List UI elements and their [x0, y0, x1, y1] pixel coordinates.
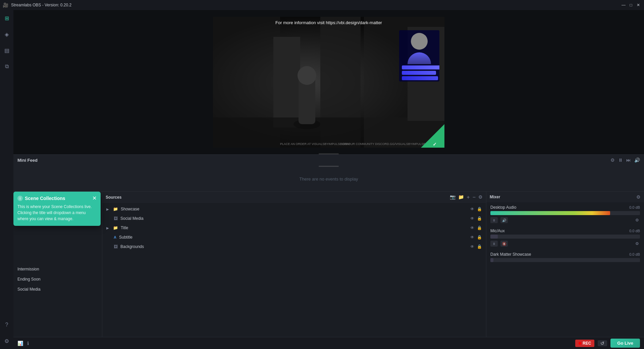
mini-feed-pause-icon[interactable]: ⏸	[618, 157, 623, 163]
preview-game-scene: PLACE AN ORDER AT VISUALSBYIMPULSE.COM J…	[213, 17, 444, 148]
preview-canvas: PLACE AN ORDER AT VISUALSBYIMPULSE.COM J…	[213, 17, 444, 148]
app-logo-icon: 🎥	[3, 2, 8, 8]
mini-feed-header: Mini Feed ⚙ ⏸ ⏭ 🔊	[13, 155, 644, 165]
sidebar-item-theme[interactable]: ◈	[2, 30, 11, 39]
source-item-backgrounds[interactable]: 🖼 Backgrounds 👁 🔒	[102, 242, 486, 251]
mixer-desktop-toggle[interactable]: ⏸	[490, 217, 498, 223]
titlebar-controls: — □ ✕	[621, 2, 641, 8]
svg-point-7	[298, 66, 316, 85]
mixer-channel-desktop-header: Desktop Audio 0.0 dB	[490, 205, 640, 210]
preview-resize-handle[interactable]	[13, 153, 644, 154]
sources-folder-icon[interactable]: 📁	[458, 194, 464, 200]
status-info-icon[interactable]: ℹ	[27, 341, 29, 346]
mixer-micaux-mute[interactable]: 🔇	[500, 241, 508, 247]
mixer-channel-desktop-db: 0.0 dB	[629, 205, 640, 209]
source-lock-showcase[interactable]: 🔒	[477, 207, 482, 211]
sidebar-item-help[interactable]: ?	[2, 320, 11, 330]
sources-panel-title: Sources	[106, 195, 121, 200]
mixer-channel-desktop: Desktop Audio 0.0 dB ⏸ 🔊 ⚙	[490, 205, 640, 223]
titlebar-title: Streamlabs OBS - Version: 0.20.2	[11, 3, 71, 7]
preview-overlay-card	[399, 30, 439, 82]
status-chart-icon[interactable]: 📊	[17, 341, 23, 346]
source-item-subtitle[interactable]: A Subtitle 👁 🔒	[102, 233, 486, 242]
sources-camera-icon[interactable]: 📷	[450, 194, 455, 200]
source-item-social-media[interactable]: 🖼 Social Media 👁 🔒	[102, 214, 486, 223]
minimize-button[interactable]: —	[621, 2, 627, 8]
source-eye-title[interactable]: 👁	[470, 226, 474, 230]
mixer-bar-desktop-fill	[490, 211, 610, 215]
source-folder-showcase-icon: 📁	[113, 207, 118, 211]
status-bar: 📊 ℹ REC ↺ Go Live	[13, 337, 644, 349]
scene-item-ending-soon[interactable]: Ending Soon	[13, 274, 102, 284]
source-item-title-left: ▶ 📁 Title	[106, 226, 128, 230]
source-item-showcase-left: ▶ 📁 Showcase	[106, 207, 139, 211]
sources-add-icon[interactable]: +	[467, 194, 470, 200]
scene-collections-popup: i Scene Collections ✕ This is where your…	[13, 192, 101, 226]
mixer-gear-icon[interactable]: ⚙	[636, 194, 641, 200]
sidebar-item-home[interactable]: ⊞	[2, 13, 11, 23]
scene-item-intermission[interactable]: Intermission	[13, 264, 102, 274]
maximize-button[interactable]: □	[628, 2, 634, 8]
popup-body: This is where your Scene Collections liv…	[17, 204, 97, 222]
left-sidebar: ⊞ ◈ ▤ ⧉ ? ⚙	[0, 10, 13, 349]
source-item-title[interactable]: ▶ 📁 Title 👁 🔒	[102, 223, 486, 233]
source-name-showcase: Showcase	[121, 207, 139, 211]
overlay-bar-level1	[402, 65, 439, 69]
bottom-panels: i Scene Collections ✕ This is where your…	[13, 191, 644, 337]
mixer-channel-darkmatter: Dark Matter Showcase 0.0 dB	[490, 252, 640, 262]
mini-feed-filter-icon[interactable]: ⚙	[610, 157, 615, 163]
golive-button[interactable]: Go Live	[610, 339, 640, 348]
mini-feed-controls: ⚙ ⏸ ⏭ 🔊	[610, 157, 640, 163]
source-item-social-media-left: 🖼 Social Media	[106, 216, 144, 221]
source-item-backgrounds-left: 🖼 Backgrounds	[106, 244, 144, 249]
sources-panel-header: Sources 📷 📁 + − ⚙	[102, 192, 486, 203]
sources-list: ▶ 📁 Showcase 👁 🔒 🖼	[102, 203, 486, 337]
rec-button[interactable]: REC	[575, 340, 594, 347]
mixer-bar-desktop-track	[490, 211, 640, 215]
source-lock-subtitle[interactable]: 🔒	[477, 235, 482, 240]
mixer-list: Desktop Audio 0.0 dB ⏸ 🔊 ⚙	[486, 202, 644, 337]
sidebar-item-settings[interactable]: ⚙	[2, 336, 11, 346]
source-lock-title[interactable]: 🔒	[477, 226, 482, 230]
mixer-channel-desktop-name: Desktop Audio	[490, 205, 516, 210]
titlebar: 🎥 Streamlabs OBS - Version: 0.20.2 — □ ✕	[0, 0, 644, 10]
mixer-desktop-settings[interactable]: ⚙	[634, 217, 640, 223]
source-text-subtitle-icon: A	[114, 235, 116, 239]
mini-feed-volume-icon[interactable]: 🔊	[634, 157, 640, 163]
source-item-backgrounds-controls: 👁 🔒	[470, 244, 482, 249]
sources-gear-icon[interactable]: ⚙	[478, 194, 483, 200]
popup-title: Scene Collections	[25, 196, 65, 201]
mini-feed-empty-text: There are no events to display	[300, 177, 358, 182]
close-button[interactable]: ✕	[635, 2, 641, 8]
source-eye-subtitle[interactable]: 👁	[470, 235, 474, 240]
mixer-micaux-toggle[interactable]: ⏸	[490, 241, 498, 247]
popup-title-row: i Scene Collections	[17, 196, 65, 201]
mixer-bar-micaux-fill	[490, 235, 498, 239]
mixer-micaux-settings[interactable]: ⚙	[634, 241, 640, 247]
svg-text:JOIN OUR COMMUNITY DISCORD.GG/: JOIN OUR COMMUNITY DISCORD.GG/VISUALSBYI…	[340, 142, 425, 146]
mixer-desktop-mute[interactable]: 🔊	[500, 217, 508, 223]
popup-close-button[interactable]: ✕	[92, 196, 97, 201]
source-chevron-showcase[interactable]: ▶	[106, 207, 109, 211]
source-chevron-title[interactable]: ▶	[106, 226, 109, 230]
mini-feed: Mini Feed ⚙ ⏸ ⏭ 🔊 There are no events to…	[13, 154, 644, 191]
source-eye-social[interactable]: 👁	[470, 216, 474, 221]
sources-panel: Sources 📷 📁 + − ⚙ ▶ 📁	[102, 192, 486, 337]
mini-feed-skip-icon[interactable]: ⏭	[626, 157, 631, 163]
source-lock-backgrounds[interactable]: 🔒	[477, 244, 482, 249]
overlay-bar-level3	[402, 76, 438, 80]
mixer-panel-title: Mixer	[490, 195, 500, 199]
sidebar-item-scenes[interactable]: ▤	[2, 46, 11, 55]
source-lock-social[interactable]: 🔒	[477, 216, 482, 221]
sidebar-item-effects[interactable]: ⧉	[2, 62, 11, 71]
mixer-channel-micaux-db: 0.0 dB	[629, 229, 640, 233]
overlay-avatar-body	[408, 52, 431, 64]
source-item-showcase[interactable]: ▶ 📁 Showcase 👁 🔒	[102, 204, 486, 214]
source-eye-backgrounds[interactable]: 👁	[470, 244, 474, 249]
reset-button[interactable]: ↺	[598, 340, 607, 346]
scene-item-social-media[interactable]: Social Media	[13, 284, 102, 294]
sources-panel-actions: 📷 📁 + − ⚙	[450, 194, 483, 200]
source-name-backgrounds: Backgrounds	[120, 244, 144, 249]
source-eye-showcase[interactable]: 👁	[470, 207, 474, 211]
sources-remove-icon[interactable]: −	[473, 194, 476, 200]
